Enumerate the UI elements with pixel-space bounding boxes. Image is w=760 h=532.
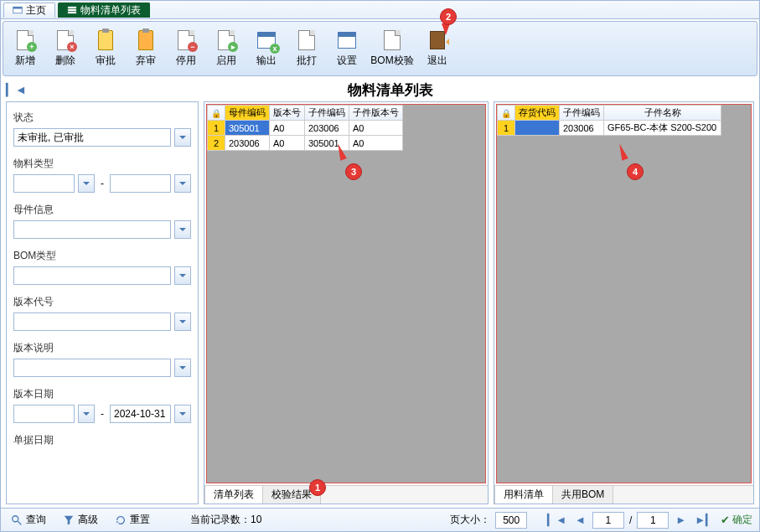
col-child[interactable]: 子件编码 — [305, 106, 349, 121]
version-date-to-dd[interactable] — [174, 405, 191, 423]
material-type-from[interactable] — [13, 174, 75, 193]
new-button[interactable]: + 新增 — [5, 23, 45, 74]
reset-button[interactable]: 重置 — [111, 511, 153, 529]
stop-button[interactable]: − 停用 — [166, 23, 206, 74]
nav-first-icon[interactable]: ▎◄ — [6, 83, 27, 96]
svg-point-5 — [13, 515, 18, 521]
version-desc-input[interactable] — [13, 359, 171, 377]
list-panel: 🔒 母件编码 版本号 子件编码 子件版本号 1 305001 A0 20300 — [204, 101, 489, 504]
stop-icon: − — [176, 30, 196, 50]
batch-print-button[interactable]: 批打 — [287, 23, 327, 74]
reject-icon — [136, 30, 156, 50]
bom-check-label: BOM校验 — [370, 54, 413, 68]
tab-material-list[interactable]: 用料清单 — [494, 485, 553, 504]
confirm-button[interactable]: 确定 — [721, 513, 752, 527]
col-parent[interactable]: 母件编码 — [225, 106, 270, 121]
material-type-to[interactable] — [110, 174, 171, 193]
parent-info-dd[interactable] — [174, 220, 191, 239]
delete-icon: × — [55, 30, 75, 50]
bom-type-label: BOM类型 — [13, 249, 191, 263]
filter-sidebar: 状态 物料类型 - 母件信息 BOM类型 版本代号 版 — [6, 101, 199, 504]
tab-list[interactable]: 清单列表 — [204, 485, 263, 504]
bom-type-dd[interactable] — [174, 266, 191, 285]
pager-prev-icon[interactable]: ◄ — [573, 514, 587, 526]
status-bar: 查询 高级 重置 当前记录数：10 页大小： ▎◄ ◄ / ► ►▎ 确定 — [1, 508, 759, 531]
version-date-to[interactable] — [110, 405, 171, 423]
version-date-from[interactable] — [13, 405, 75, 423]
pager-last-icon[interactable]: ►▎ — [693, 514, 716, 526]
detail-panel-tabs: 用料清单 共用BOM — [494, 485, 753, 504]
pager-first-icon[interactable]: ▎◄ — [545, 514, 568, 526]
tab-bom-list[interactable]: 物料清单列表 — [58, 3, 150, 18]
query-button[interactable]: 查询 — [8, 511, 49, 529]
main-area: 状态 物料类型 - 母件信息 BOM类型 版本代号 版 — [1, 101, 759, 508]
bom-check-button[interactable]: BOM校验 — [367, 23, 417, 74]
status-dropdown-icon[interactable] — [174, 128, 191, 147]
table-row[interactable]: 2 203006 A0 305001 A0 — [208, 136, 403, 151]
col-cver[interactable]: 子件版本号 — [349, 106, 403, 121]
reject-button[interactable]: 弃审 — [126, 23, 166, 74]
table-row[interactable]: 1 305001 A0 203006 A0 — [208, 121, 403, 136]
total-pages — [637, 512, 669, 529]
pager-next-icon[interactable]: ► — [674, 514, 688, 526]
approve-button[interactable]: 审批 — [85, 23, 126, 74]
doc-date-label: 单据日期 — [13, 433, 191, 447]
advanced-button[interactable]: 高级 — [59, 511, 101, 529]
parent-info-input[interactable] — [13, 220, 171, 239]
app-tab-strip: 主页 物料清单列表 — [1, 1, 759, 19]
version-code-dd[interactable] — [174, 312, 191, 331]
new-label: 新增 — [15, 54, 35, 68]
callout-2: 2 — [440, 8, 457, 25]
callout-1: 1 — [309, 479, 326, 496]
material-type-to-dd[interactable] — [174, 174, 191, 193]
settings-icon — [337, 30, 357, 50]
funnel-icon — [63, 514, 75, 526]
exit-button[interactable]: 退出 — [417, 23, 458, 74]
parent-info-label: 母件信息 — [13, 203, 191, 217]
tab-shared-bom[interactable]: 共用BOM — [552, 485, 613, 504]
col-child-name[interactable]: 子件名称 — [604, 106, 721, 121]
delete-label: 删除 — [55, 54, 75, 68]
page-title: 物料清单列表 — [27, 80, 754, 100]
version-date-from-dd[interactable] — [78, 405, 95, 423]
list-grid[interactable]: 🔒 母件编码 版本号 子件编码 子件版本号 1 305001 A0 20300 — [207, 105, 485, 151]
col-inv-code[interactable]: 存货代码 — [515, 106, 560, 121]
version-desc-label: 版本说明 — [13, 341, 191, 355]
title-bar: ▎◄ 物料清单列表 — [1, 78, 759, 101]
export-label: 输出 — [256, 54, 277, 68]
detail-grid-wrap: 🔒 存货代码 子件编码 子件名称 1 203006 GF65-BC-本体 S20… — [496, 104, 752, 483]
list-icon — [67, 5, 77, 15]
tab-bom-label: 物料清单列表 — [80, 3, 141, 18]
page-size-input[interactable] — [495, 512, 527, 529]
page-input[interactable] — [592, 512, 624, 529]
callout-4: 4 — [627, 163, 644, 180]
tab-home-label: 主页 — [26, 3, 46, 18]
search-icon — [11, 514, 23, 526]
delete-button[interactable]: × 删除 — [45, 23, 85, 74]
settings-label: 设置 — [337, 54, 357, 68]
callout-2-arrow — [442, 23, 450, 39]
batch-print-label: 批打 — [297, 54, 317, 68]
list-grid-wrap: 🔒 母件编码 版本号 子件编码 子件版本号 1 305001 A0 20300 — [206, 104, 486, 483]
col-child-code[interactable]: 子件编码 — [560, 106, 604, 121]
export-button[interactable]: x 输出 — [246, 23, 287, 74]
version-code-input[interactable] — [13, 312, 171, 331]
svg-rect-2 — [68, 7, 77, 14]
approve-icon — [96, 30, 116, 50]
settings-button[interactable]: 设置 — [327, 23, 367, 74]
svg-line-6 — [18, 520, 21, 524]
bom-type-input[interactable] — [13, 266, 171, 285]
tab-home[interactable]: 主页 — [3, 3, 55, 18]
table-row[interactable]: 1 203006 GF65-BC-本体 S200-S200 — [498, 121, 721, 136]
status-input[interactable] — [13, 128, 171, 147]
detail-grid[interactable]: 🔒 存货代码 子件编码 子件名称 1 203006 GF65-BC-本体 S20… — [497, 105, 751, 136]
new-icon: + — [15, 30, 35, 50]
version-desc-dd[interactable] — [174, 359, 191, 377]
material-type-from-dd[interactable] — [78, 174, 95, 193]
enable-button[interactable]: ▸ 启用 — [206, 23, 246, 74]
version-code-label: 版本代号 — [13, 295, 191, 309]
col-ver[interactable]: 版本号 — [270, 106, 305, 121]
main-toolbar: + 新增 × 删除 审批 弃审 − 停用 ▸ 启用 x 输出 批打 设置 BOM… — [3, 21, 757, 76]
stop-label: 停用 — [176, 54, 196, 68]
reset-icon — [115, 514, 127, 526]
